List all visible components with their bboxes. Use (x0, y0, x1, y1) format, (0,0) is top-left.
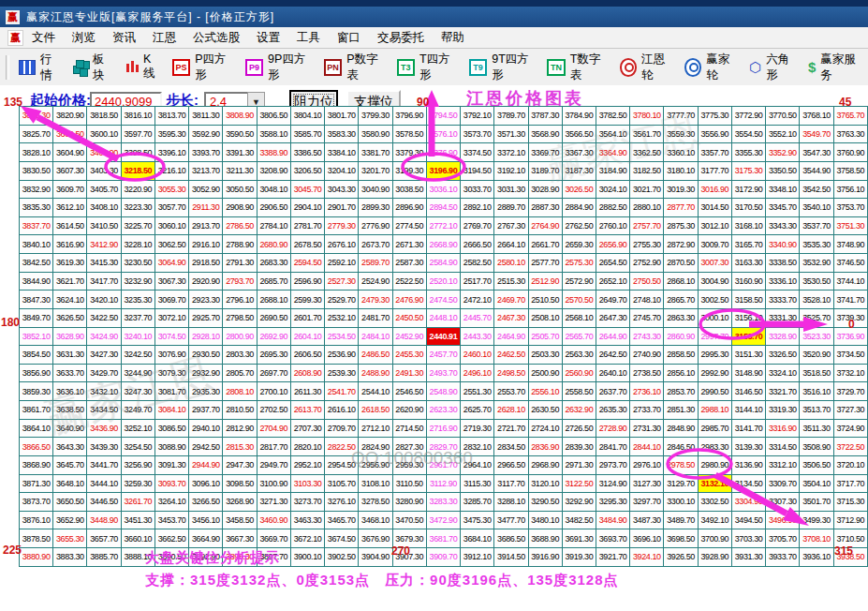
price-cell: 3285.70 (461, 493, 494, 512)
price-cell: 2683.30 (257, 254, 290, 273)
price-cell: 3549.70 (800, 125, 833, 143)
price-cell: 2944.90 (189, 455, 223, 474)
menu-item-1[interactable]: 浏览 (64, 28, 104, 48)
price-cell: 2738.50 (630, 364, 664, 382)
price-cell: 3319.30 (766, 401, 800, 420)
price-cell: 2647.30 (596, 308, 629, 327)
price-cell: 3388.90 (257, 143, 290, 162)
price-cell: 2990.50 (698, 382, 731, 401)
menu-item-4[interactable]: 公式选股 (184, 28, 248, 48)
toolbar: 行情板块K线PSP四方形P99P四方形PNP数字表T3T四方形T99T四方形TN… (0, 49, 868, 86)
price-cell: 3676.90 (359, 529, 392, 548)
price-cell: 3864.10 (20, 419, 53, 438)
price-cell: 3432.10 (87, 382, 121, 401)
price-cell: 2594.50 (290, 254, 324, 273)
price-cell: 2529.70 (325, 291, 359, 309)
price-cell: 3576.10 (426, 125, 460, 143)
price-cell: 3048.10 (257, 180, 290, 199)
price-cell: 2983.30 (698, 438, 731, 456)
price-cell: 3705.70 (766, 529, 800, 548)
price-cell: 3775.30 (698, 107, 731, 126)
menu-item-5[interactable]: 设置 (248, 28, 288, 48)
price-cell: 3228.10 (121, 235, 154, 254)
menu-item-9[interactable]: 帮助 (433, 28, 473, 48)
toolbar-item-K线[interactable]: K线 (125, 52, 161, 82)
price-cell: 2925.70 (189, 308, 223, 327)
toolbar-label: 江恩轮 (641, 52, 673, 83)
toolbar-item-赢家轮[interactable]: 赢家轮 (684, 52, 738, 83)
price-cell: 3429.70 (87, 364, 121, 382)
price-cell: 3448.90 (87, 511, 121, 529)
price-cell: 3564.10 (596, 125, 629, 143)
price-cell: 2779.30 (325, 216, 359, 235)
price-cell: 3360.10 (664, 143, 698, 162)
toolbar-item-P四方形[interactable]: PSP四方形 (172, 52, 234, 83)
price-cell: 3468.10 (359, 511, 392, 529)
price-cell: 3916.90 (528, 548, 562, 567)
price-cell: 3660.10 (121, 529, 154, 548)
price-cell: 3163.30 (731, 254, 765, 273)
price-cell: 3780.10 (630, 107, 664, 126)
price-cell: 2892.10 (461, 199, 494, 217)
price-cell: 2630.50 (528, 401, 562, 420)
price-cell: 2949.70 (257, 455, 290, 474)
price-cell: 2784.10 (257, 216, 290, 235)
price-cell: 2920.90 (189, 272, 223, 291)
price-cell: 2800.90 (223, 327, 257, 346)
price-cell: 3631.30 (53, 346, 87, 365)
price-cell: 3444.10 (87, 474, 121, 493)
toolbar-item-9T四方形[interactable]: T99T四方形 (469, 52, 537, 83)
price-cell: 3667.30 (223, 529, 257, 548)
price-cell: 3880.90 (20, 548, 53, 567)
price-cell: 3072.10 (154, 308, 188, 327)
price-cell: 3175.30 (731, 161, 765, 180)
toolbar-item-T四方形[interactable]: T3T四方形 (397, 52, 458, 83)
price-cell: 2620.90 (392, 401, 426, 420)
toolbar-item-P数字表[interactable]: PNP数字表 (324, 52, 386, 83)
price-cell: 3244.90 (121, 364, 154, 382)
price-cell: 2743.30 (630, 327, 664, 346)
price-cell: 3544.90 (800, 161, 833, 180)
price-cell: 3580.90 (359, 125, 392, 143)
price-cell: 3712.90 (833, 511, 867, 529)
menu-item-7[interactable]: 窗口 (329, 28, 369, 48)
price-cell: 3309.70 (766, 474, 800, 493)
menu-item-6[interactable]: 工具 (288, 28, 329, 48)
toolbar-item-板块[interactable]: 板块 (73, 52, 114, 83)
price-cell: 3578.50 (392, 125, 426, 143)
price-cell: 3748.90 (833, 235, 867, 254)
price-cell: 2750.50 (630, 272, 664, 291)
price-cell: 2714.50 (392, 419, 426, 438)
toolbar-item-江恩轮[interactable]: 江恩轮 (620, 52, 673, 83)
menu-item-0[interactable]: 文件 (23, 28, 64, 48)
price-cell: 3208.90 (257, 161, 290, 180)
price-cell: 3559.30 (664, 125, 698, 143)
price-cell: 3816.10 (121, 107, 154, 126)
price-cell: 3784.90 (562, 107, 596, 126)
toolbar-item-9P四方形[interactable]: P99P四方形 (245, 52, 313, 83)
price-cell: 3703.30 (731, 529, 765, 548)
price-cell: 3415.30 (87, 254, 121, 273)
price-cell: 3722.50 (833, 438, 867, 456)
menu-item-8[interactable]: 交易委托 (369, 28, 433, 48)
toolbar-item-赢家服务[interactable]: $赢家服务 (808, 52, 862, 83)
price-cell: 3542.50 (800, 180, 833, 199)
toolbar-item-六角形[interactable]: ⬡六角形 (749, 52, 797, 83)
price-cell: 3220.90 (121, 180, 154, 199)
price-cell: 3004.90 (698, 272, 731, 291)
toolbar-item-行情[interactable]: 行情 (19, 52, 62, 83)
price-cell: 3256.90 (121, 455, 154, 474)
price-cell: 3348.10 (766, 180, 800, 199)
menu-item-2[interactable]: 资讯 (104, 28, 144, 48)
price-cell: 3194.50 (461, 161, 494, 180)
price-cell: 3753.70 (833, 199, 867, 217)
price-cell: 3883.30 (53, 548, 87, 567)
price-cell: 2911.30 (189, 199, 223, 217)
price-cell: 3376.90 (426, 143, 460, 162)
price-cell: 3648.10 (53, 474, 87, 493)
menu-item-3[interactable]: 江恩 (144, 28, 184, 48)
price-cell: 3328.90 (766, 327, 800, 346)
price-cell: 2697.70 (257, 364, 290, 382)
price-cell: 2997.70 (698, 327, 731, 346)
toolbar-item-T数字表[interactable]: TNT数字表 (547, 52, 608, 83)
